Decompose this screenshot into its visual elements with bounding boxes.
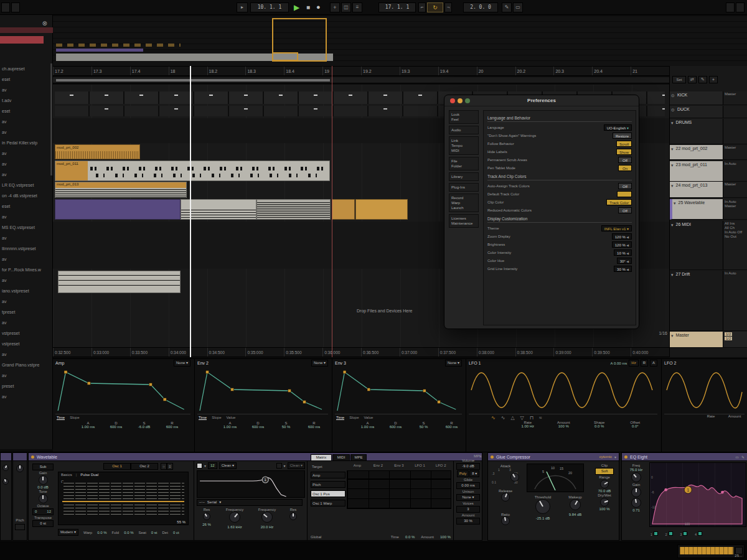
- browser-file-item[interactable]: eset: [0, 201, 52, 212]
- sine-shape-icon[interactable]: ∿: [491, 415, 496, 421]
- reduced-colors-toggle[interactable]: Off: [618, 207, 632, 213]
- res1-value[interactable]: 26 %: [195, 523, 218, 526]
- res2-knob[interactable]: [289, 513, 297, 520]
- group-icon[interactable]: ⊙: [670, 91, 676, 105]
- device-title-bar[interactable]: Glue Compressor cytomic ▾: [488, 453, 619, 461]
- wavetable-clip-purple[interactable]: [55, 199, 181, 220]
- wavetable-device[interactable]: Wavetable Sub Gain 0.0 dB Tone Octave 01…: [28, 452, 482, 541]
- browser-file-item[interactable]: preset: [0, 381, 52, 391]
- browser-file-item[interactable]: for P...Rock Mixes.w: [0, 264, 52, 275]
- midi-tab[interactable]: MIDI: [332, 454, 350, 461]
- track-routing[interactable]: [723, 106, 747, 118]
- range-knob[interactable]: [600, 480, 609, 488]
- browser-file-item[interactable]: av: [0, 169, 52, 180]
- fold-icon[interactable]: ▾: [670, 119, 675, 144]
- zoom-traffic-light[interactable]: [465, 98, 470, 103]
- track-name[interactable]: 24 mod_prt_013: [675, 182, 723, 197]
- filter1-activator[interactable]: [197, 463, 202, 469]
- overview-zoom-region-inner[interactable]: [272, 52, 298, 61]
- browser-file-item[interactable]: in Pedal Killer.vstp: [0, 138, 52, 148]
- rack-strip-1[interactable]: [0, 452, 12, 541]
- theme-dropdown[interactable]: INFL Elan v1: [601, 225, 632, 231]
- browser-file-item[interactable]: vstpreset: [0, 338, 52, 349]
- device-title-bar[interactable]: EQ Eight ▭ ✎: [622, 453, 747, 461]
- fold-icon[interactable]: ▾: [670, 145, 675, 159]
- track-routing[interactable]: [723, 119, 747, 144]
- browser-file-item[interactable]: Grand Piano.vstpre: [0, 360, 52, 370]
- track-header-drums[interactable]: ▾ DRUMS: [670, 119, 747, 144]
- loop-length-display[interactable]: 2. 0. 0: [463, 2, 498, 12]
- track-name[interactable]: 23 mod_prt_011: [675, 161, 723, 181]
- warp-value[interactable]: 0.0 %: [97, 531, 106, 534]
- wavetable-clip-orange-2[interactable]: [355, 199, 408, 220]
- track-routing[interactable]: Master: [723, 182, 747, 197]
- track-header-duck[interactable]: ⊙ DUCK: [670, 106, 747, 118]
- env2-display[interactable]: [197, 367, 328, 414]
- unison-amount-value[interactable]: 30 %: [456, 518, 480, 525]
- track-io[interactable]: All InsAll ChIn Auto OffNo Out: [723, 221, 747, 269]
- browser-file-item[interactable]: av: [0, 391, 52, 402]
- lfo1-display[interactable]: [469, 367, 657, 414]
- freq1-knob[interactable]: [229, 511, 240, 523]
- lfo2-display[interactable]: [664, 367, 745, 414]
- browser-file-item[interactable]: eset: [0, 106, 52, 116]
- gain-knob[interactable]: [39, 475, 48, 485]
- unison-mode[interactable]: None ▾: [456, 494, 480, 501]
- saw-shape-icon[interactable]: ▽: [520, 415, 524, 421]
- adsr-values[interactable]: 1.00 ms600 ms50 %600 ms: [216, 425, 328, 429]
- drywet-knob[interactable]: [600, 498, 609, 506]
- browser-file-item[interactable]: eset: [0, 74, 52, 85]
- track-name[interactable]: 26 MIDI: [675, 221, 723, 269]
- track-header-22[interactable]: ▾ 22 mod_prt_002 Master: [670, 145, 747, 160]
- eq-band-toggle[interactable]: 4: [695, 527, 702, 538]
- tone-knob[interactable]: [39, 494, 48, 503]
- browser-file-item[interactable]: av: [0, 148, 52, 159]
- device-activator[interactable]: [491, 455, 494, 459]
- punch-in-button[interactable]: ⌐: [418, 2, 426, 12]
- arrangement-position-display[interactable]: 10. 1. 1: [250, 2, 289, 12]
- clip-color-button[interactable]: Track Color: [606, 199, 632, 205]
- browser-file-item[interactable]: av: [0, 349, 52, 360]
- track-name[interactable]: KICK: [676, 91, 723, 105]
- eq-mode-icon[interactable]: ▭: [735, 455, 739, 459]
- color-intensity-field[interactable]: 10 %: [614, 250, 632, 256]
- browser-file-item[interactable]: llinnnnn.vstpreset: [0, 243, 52, 254]
- device-activator[interactable]: [31, 455, 34, 459]
- envelope-mode-tabs[interactable]: TimeSlopeValue: [332, 414, 464, 421]
- glue-compressor-device[interactable]: Glue Compressor cytomic ▾ Attack 0.1 .3 …: [487, 452, 619, 541]
- freq1-value[interactable]: 1.63 kHz: [218, 525, 251, 529]
- track-name[interactable]: DRUMS: [675, 119, 723, 144]
- eq-q-value[interactable]: 0.71: [632, 508, 640, 512]
- lfo-absolute-toggle[interactable]: A: [650, 360, 657, 366]
- browser-file-item[interactable]: LR EQ.vstpreset: [0, 180, 52, 190]
- matrix-row-osc1warp[interactable]: Osc 1 Warp: [311, 500, 345, 506]
- noise-shape-icon[interactable]: ≈: [539, 415, 542, 421]
- back-to-arrangement-button[interactable]: ◫: [341, 2, 351, 12]
- attack-knob[interactable]: [510, 473, 519, 482]
- language-dropdown[interactable]: UO-English: [604, 124, 632, 131]
- filter-routing-bar[interactable]: –◦–Serial▾: [197, 499, 303, 506]
- midi-clip-23[interactable]: mod_prt_011: [55, 161, 330, 181]
- wavetable-clip-gray-1[interactable]: [181, 199, 256, 220]
- midi-editor-button[interactable]: ▭: [513, 2, 523, 12]
- close-traffic-light[interactable]: [450, 98, 455, 103]
- poly-count[interactable]: 8 ▾: [469, 470, 479, 477]
- browser-scrollbar[interactable]: [50, 63, 52, 175]
- wavetable-mode-dropdown[interactable]: Modern ▾: [58, 529, 78, 536]
- browser-file-item[interactable]: vstpreset: [0, 328, 52, 338]
- square-shape-icon[interactable]: ⊓: [530, 415, 533, 421]
- lfo-attack-time[interactable]: A 0.00 ms: [611, 362, 627, 365]
- dialog-title-bar[interactable]: Preferences: [444, 95, 639, 106]
- global-amount-value[interactable]: 100 %: [440, 535, 451, 539]
- browser-file-item[interactable]: iano.vstpreset: [0, 286, 52, 296]
- fold-icon[interactable]: ▾: [670, 271, 675, 330]
- makeup-value[interactable]: 9.84 dB: [561, 513, 589, 516]
- track-monitor[interactable]: In Auto: [723, 271, 747, 330]
- envelope-mode-tabs[interactable]: TimeSlopeValue: [195, 414, 331, 421]
- lfo-retrigger-toggle[interactable]: R: [641, 360, 648, 366]
- makeup-knob[interactable]: [570, 499, 581, 510]
- browser-file-item[interactable]: av: [0, 233, 52, 243]
- overdub-button[interactable]: +: [330, 2, 340, 12]
- play-button[interactable]: ▶: [294, 2, 299, 13]
- restore-warnings-button[interactable]: Restore: [613, 133, 632, 139]
